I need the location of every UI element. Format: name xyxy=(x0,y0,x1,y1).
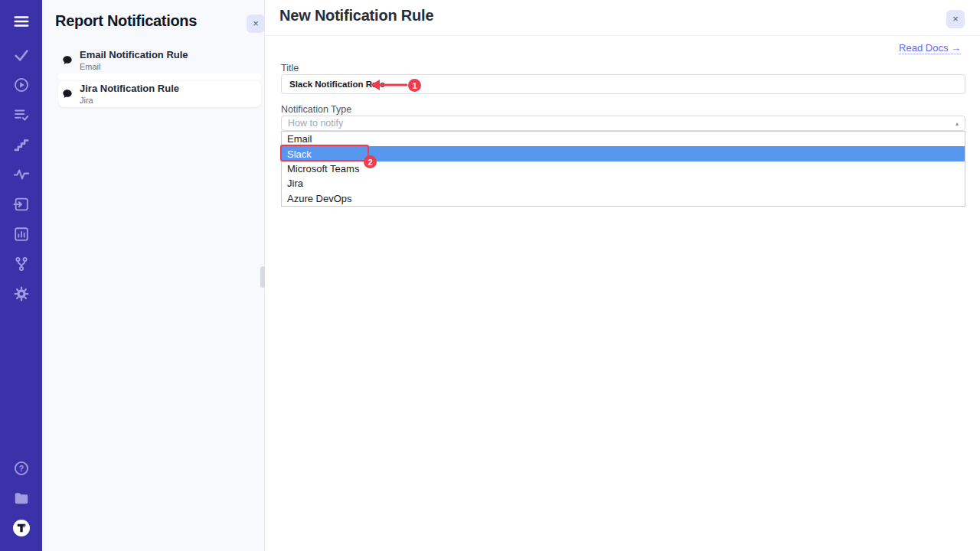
steps-icon[interactable] xyxy=(12,135,31,154)
list-item[interactable]: Jira Notification Rule Jira xyxy=(58,81,261,107)
new-notification-rule-form: New Notification Rule × Read Docs → Titl… xyxy=(265,0,980,551)
play-circle-icon[interactable] xyxy=(12,76,31,94)
title-field-label: Title xyxy=(281,63,299,73)
gear-icon[interactable] xyxy=(12,285,31,303)
menu-icon[interactable] xyxy=(12,12,31,31)
bar-chart-icon[interactable] xyxy=(12,225,31,243)
rule-subtitle: Email xyxy=(80,62,188,72)
notification-rule-list: Email Notification Rule Email Jira Notif… xyxy=(58,47,261,107)
rule-title: Email Notification Rule xyxy=(80,49,188,60)
title-input[interactable] xyxy=(281,74,965,94)
notification-type-select[interactable]: How to notify ▴ xyxy=(281,116,965,131)
chat-bubble-icon xyxy=(61,88,74,100)
folder-icon[interactable] xyxy=(12,489,31,507)
panel-close-button[interactable]: × xyxy=(247,15,265,33)
read-docs-link[interactable]: Read Docs → xyxy=(899,42,961,54)
page-title: New Notification Rule xyxy=(279,7,433,24)
notification-type-listbox: Email Slack Microsoft Teams Jira Azure D… xyxy=(281,131,965,207)
git-fork-icon[interactable] xyxy=(12,255,31,273)
main-header: New Notification Rule xyxy=(265,0,980,36)
logo-t-icon[interactable] xyxy=(12,519,31,537)
dropdown-option-microsoft-teams[interactable]: Microsoft Teams xyxy=(282,161,965,176)
rule-subtitle: Jira xyxy=(80,96,179,106)
dropdown-option-jira[interactable]: Jira xyxy=(282,176,965,191)
form-close-button[interactable]: × xyxy=(946,10,965,28)
app-sidebar: ? xyxy=(0,0,42,551)
check-icon[interactable] xyxy=(12,46,31,64)
caret-up-icon: ▴ xyxy=(956,120,959,127)
activity-icon[interactable] xyxy=(12,165,31,184)
panel-resize-handle[interactable] xyxy=(260,266,265,288)
help-circle-icon[interactable]: ? xyxy=(12,459,31,478)
list-item[interactable]: Email Notification Rule Email xyxy=(58,47,261,73)
box-arrow-in-icon[interactable] xyxy=(12,195,31,214)
type-field-label: Notification Type xyxy=(281,104,351,115)
svg-text:?: ? xyxy=(18,464,23,473)
chat-bubble-icon xyxy=(61,54,74,67)
select-placeholder: How to notify xyxy=(288,118,956,129)
rule-title: Jira Notification Rule xyxy=(80,83,179,94)
dropdown-option-email[interactable]: Email xyxy=(282,132,965,146)
report-notifications-panel: Report Notifications × Email Notificatio… xyxy=(42,0,265,551)
panel-title: Report Notifications xyxy=(55,12,197,30)
dropdown-option-slack[interactable]: Slack xyxy=(282,146,965,161)
dropdown-option-azure-devops[interactable]: Azure DevOps xyxy=(282,191,965,206)
list-check-icon[interactable] xyxy=(12,106,31,124)
list-divider xyxy=(58,73,261,80)
